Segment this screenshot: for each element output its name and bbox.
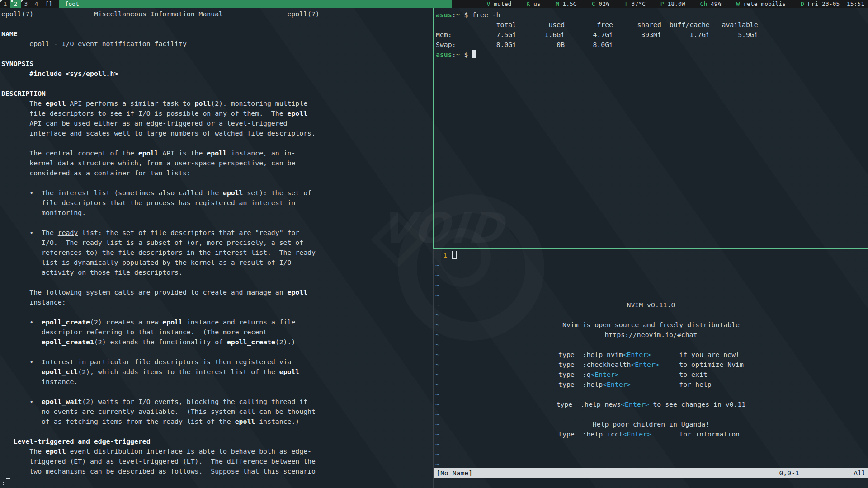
terminal-line: considered as a container for two lists: xyxy=(1,168,433,178)
terminal-line: interface and scales well to large numbe… xyxy=(1,128,433,138)
empty-buffer-line: ~ xyxy=(435,270,868,280)
terminal-line xyxy=(649,311,653,319)
terminal-line: epoll - I/O event notification facility xyxy=(1,39,433,49)
terminal-line xyxy=(649,410,653,418)
terminal-line: NAME xyxy=(1,29,433,39)
nvim-intro-line: NVIM v0.11.0 xyxy=(434,300,868,310)
nvim-intro-line: type :help<Enter> for help xyxy=(434,380,868,389)
status-value: 37°C xyxy=(628,0,646,7)
terminal-line: list is dynamically populated by the ker… xyxy=(1,258,433,267)
terminal-line: no events are currently available. (This… xyxy=(1,407,433,417)
statusline-filename: [No Name] xyxy=(436,468,472,478)
nvim-line-1: 1 xyxy=(435,250,868,260)
terminal-line: epoll(7) Miscellaneous Information Manua… xyxy=(1,9,433,19)
workspace-tag-2[interactable]: 2 xyxy=(10,0,21,8)
status-key: M xyxy=(556,0,559,7)
terminal-line xyxy=(1,218,433,228)
shell-terminal[interactable]: asus:~ $ free -h total used free shared … xyxy=(434,8,868,248)
terminal-line: of as fetching items from the ready list… xyxy=(1,417,433,427)
workspace-tag-3[interactable]: 3 xyxy=(21,0,31,8)
terminal-line: • Interest in particular file descriptor… xyxy=(1,357,433,367)
dwm-bar: 1234 []= foot V mutedK usM 1.5GC 02%T 37… xyxy=(0,0,868,8)
nvim-intro-line: type :help nvim<Enter> if you are new! xyxy=(434,350,868,360)
status-item-t: T 37°C xyxy=(624,0,646,8)
nvim-intro-line xyxy=(434,310,868,320)
terminal-cursor xyxy=(472,50,476,58)
terminal-line: activity on those file descriptors. xyxy=(1,267,433,277)
status-value: muted xyxy=(490,0,511,7)
terminal-line xyxy=(1,277,433,287)
terminal-line: total used free shared buff/cache availa… xyxy=(436,20,868,30)
terminal-line: type :checkhealth<Enter> to optimize Nvi… xyxy=(558,361,744,368)
terminal-line xyxy=(1,178,433,188)
terminal-line: The epoll API performs a similar task to… xyxy=(1,99,433,108)
terminal-line: I/O. The ready list is a subset of (or, … xyxy=(1,238,433,248)
terminal-line: NVIM v0.11.0 xyxy=(627,301,675,309)
man-page-terminal[interactable]: epoll(7) Miscellaneous Information Manua… xyxy=(0,8,433,488)
status-key: T xyxy=(624,0,628,7)
terminal-line: instance. xyxy=(1,377,433,387)
tag-client-indicator xyxy=(11,0,13,2)
terminal-line: epoll_create1(2) extends the functionali… xyxy=(1,337,433,347)
layout-symbol[interactable]: []= xyxy=(42,0,59,8)
statusline-scroll-pos: All xyxy=(854,468,866,478)
terminal-line xyxy=(1,347,433,357)
terminal-line: #include <sys/epoll.h> xyxy=(1,69,433,79)
prompt-line: asus:~ $ xyxy=(436,50,868,60)
status-item-ch: Ch 49% xyxy=(700,0,722,8)
nvim-intro-line xyxy=(434,389,868,399)
status-value: 49% xyxy=(707,0,721,7)
nvim-intro-line: type :q<Enter> to exit xyxy=(434,370,868,380)
terminal-line xyxy=(649,390,653,398)
status-value: 18.0W xyxy=(664,0,685,7)
workspace-tags: 1234 xyxy=(0,0,42,8)
status-item-p: P 18.0W xyxy=(660,0,685,8)
terminal-line xyxy=(649,341,653,348)
status-value: 02% xyxy=(595,0,609,7)
pager-cursor xyxy=(6,478,10,486)
empty-buffer-line: ~ xyxy=(435,280,868,290)
empty-buffer-line: ~ xyxy=(435,449,868,459)
tag-client-indicator xyxy=(0,0,2,2)
status-items: V mutedK usM 1.5GC 02%T 37°CP 18.0WCh 49… xyxy=(487,0,868,8)
man-page-content: epoll(7) Miscellaneous Information Manua… xyxy=(1,9,433,476)
terminal-line xyxy=(1,427,433,436)
terminal-line: references to) the file descriptors in t… xyxy=(1,248,433,258)
status-key: D xyxy=(801,0,804,7)
nvim-intro-line: Help poor children in Uganda! xyxy=(434,419,868,429)
terminal-line: • The ready list: the set of file descri… xyxy=(1,228,433,238)
line-number: 1 xyxy=(435,251,452,259)
terminal-line xyxy=(1,19,433,29)
workspace-tag-1[interactable]: 1 xyxy=(0,0,10,8)
terminal-line: type :help<Enter> for help xyxy=(558,380,744,388)
terminal-line xyxy=(1,307,433,317)
empty-buffer-line: ~ xyxy=(435,290,868,300)
nvim-intro-line: type :help iccf<Enter> for information xyxy=(434,429,868,439)
nvim-pane[interactable]: 1 ~~~~~~~~~~~~~~~~~~~~~ NVIM v0.11.0 Nvi… xyxy=(434,249,868,488)
terminal-line: monitoring. xyxy=(1,208,433,218)
terminal-line: descriptor referring to that instance. (… xyxy=(1,327,433,337)
terminal-line: API can be used either as an edge-trigge… xyxy=(1,118,433,128)
workspace-tag-4[interactable]: 4 xyxy=(31,0,42,8)
nvim-intro-line: type :checkhealth<Enter> to optimize Nvi… xyxy=(434,360,868,370)
terminal-line: The central concept of the epoll API is … xyxy=(1,148,433,158)
status-value: Fri 23-05 15:51 xyxy=(804,0,864,7)
terminal-line: • The interest list (sometimes also call… xyxy=(1,188,433,198)
terminal-line: epoll_ctl(2), which adds items to the in… xyxy=(1,367,433,377)
nvim-intro-screen: NVIM v0.11.0 Nvim is open source and fre… xyxy=(434,300,868,439)
status-item-m: M 1.5G xyxy=(556,0,577,8)
nvim-intro-line: https://neovim.io/#chat xyxy=(434,330,868,340)
terminal-line: • epoll_wait(2) waits for I/O events, bl… xyxy=(1,397,433,407)
nvim-cursor xyxy=(452,251,457,259)
terminal-line: two mechanisms can be described as follo… xyxy=(1,466,433,476)
terminal-line: Nvim is open source and freely distribut… xyxy=(562,321,740,328)
terminal-line: type :help nvim<Enter> if you are new! xyxy=(558,351,744,358)
terminal-line: instance: xyxy=(1,297,433,307)
empty-buffer-line: ~ xyxy=(435,459,868,469)
window-title: foot xyxy=(59,0,452,8)
status-key: P xyxy=(660,0,664,7)
status-item-w: W rete mobilis xyxy=(736,0,786,8)
status-item-c: C 02% xyxy=(592,0,609,8)
terminal-line: type :help iccf<Enter> for information xyxy=(558,430,744,438)
nvim-intro-line: Nvim is open source and freely distribut… xyxy=(434,320,868,330)
